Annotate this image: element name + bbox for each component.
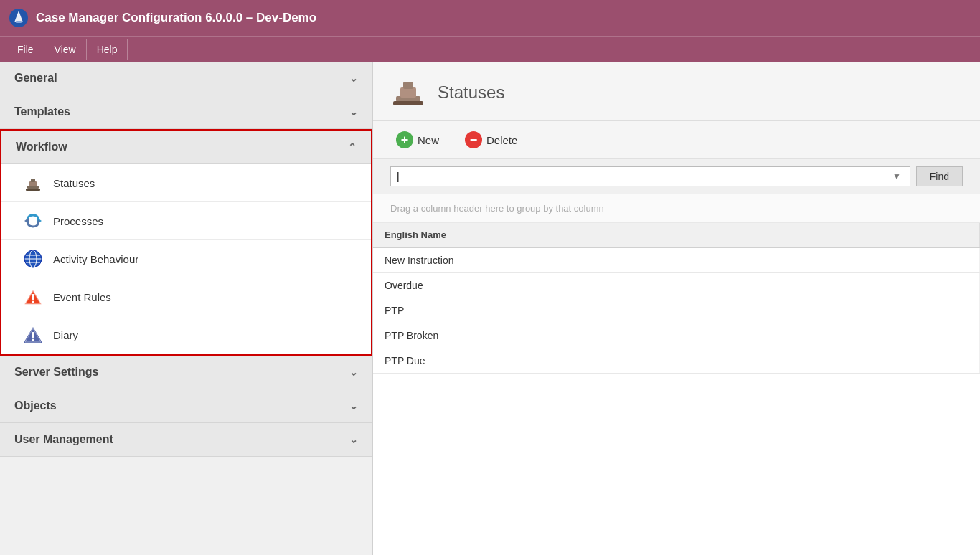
svg-rect-26: [393, 101, 423, 105]
data-table: English Name New Instruction Overdue PTP…: [373, 223, 980, 555]
sidebar-item-general[interactable]: General ⌄: [0, 62, 372, 95]
column-english-name: English Name: [373, 223, 980, 247]
sidebar-user-management-label: User Management: [14, 433, 113, 446]
sidebar-item-activity-behaviour[interactable]: Activity Behaviour: [1, 240, 371, 278]
sidebar-item-templates[interactable]: Templates ⌄: [0, 95, 372, 129]
delete-button[interactable]: − Delete: [459, 128, 523, 151]
warning-icon: [23, 287, 43, 307]
cell-name: PTP Broken: [373, 323, 980, 348]
app-icon: [9, 8, 29, 28]
chevron-down-icon: ⌄: [349, 400, 358, 412]
svg-rect-24: [400, 87, 416, 98]
diary-icon: [23, 325, 43, 345]
table-row[interactable]: PTP Due: [373, 348, 980, 374]
menu-view[interactable]: View: [44, 39, 87, 60]
chevron-down-icon: ⌄: [349, 434, 358, 445]
cell-name: New Instruction: [373, 248, 980, 272]
sidebar-item-diary[interactable]: Diary: [1, 316, 371, 354]
sidebar-event-rules-label: Event Rules: [53, 291, 111, 303]
find-button[interactable]: Find: [916, 166, 963, 186]
table-row[interactable]: PTP Broken: [373, 323, 980, 348]
dropdown-arrow-icon[interactable]: ▼: [890, 170, 904, 183]
svg-point-22: [32, 339, 34, 341]
sidebar-general-label: General: [14, 72, 57, 85]
chevron-down-icon: ⌄: [349, 106, 358, 118]
search-input[interactable]: [397, 171, 890, 182]
menu-help[interactable]: Help: [87, 39, 128, 60]
content-header-icon: [390, 75, 426, 110]
menu-bar: File View Help: [0, 36, 980, 62]
content-toolbar: + New − Delete: [373, 121, 980, 159]
group-hint: Drag a column header here to group by th…: [373, 194, 980, 223]
sidebar-objects-label: Objects: [14, 399, 57, 412]
sidebar-server-settings-label: Server Settings: [14, 366, 98, 379]
table-header-row: English Name: [373, 223, 980, 248]
svg-rect-4: [29, 181, 37, 186]
sidebar-section-workflow: Workflow ⌃ Statuses: [0, 129, 372, 356]
sidebar-diary-label: Diary: [53, 329, 78, 341]
sidebar-item-user-management[interactable]: User Management ⌄: [0, 423, 372, 457]
sidebar-processes-label: Processes: [53, 215, 103, 227]
new-label: New: [418, 134, 439, 146]
sidebar-item-processes[interactable]: Processes: [1, 202, 371, 240]
svg-rect-2: [16, 21, 22, 23]
menu-file[interactable]: File: [7, 39, 44, 60]
title-bar: Case Manager Configuration 6.0.0.0 – Dev…: [0, 0, 980, 36]
delete-label: Delete: [486, 134, 517, 146]
svg-rect-6: [26, 189, 40, 191]
chevron-down-icon: ⌄: [349, 72, 358, 84]
sidebar: General ⌄ Templates ⌄ Workflow ⌃: [0, 62, 373, 555]
table-row[interactable]: Overdue: [373, 273, 980, 298]
sidebar-item-workflow[interactable]: Workflow ⌃: [1, 131, 371, 164]
search-bar: ▼ Find: [373, 159, 980, 194]
cell-name: PTP Due: [373, 348, 980, 373]
chevron-down-icon: ⌄: [349, 366, 358, 378]
globe-icon: [23, 249, 43, 269]
chevron-up-icon: ⌃: [348, 141, 357, 153]
svg-point-18: [32, 301, 34, 303]
new-icon: +: [396, 131, 413, 148]
sidebar-item-event-rules[interactable]: Event Rules: [1, 278, 371, 316]
sidebar-activity-behaviour-label: Activity Behaviour: [53, 253, 138, 265]
cell-name: Overdue: [373, 273, 980, 298]
cell-name: PTP: [373, 298, 980, 323]
delete-icon: −: [465, 131, 482, 148]
search-input-wrap: ▼: [390, 166, 910, 186]
sidebar-item-server-settings[interactable]: Server Settings ⌄: [0, 356, 372, 389]
stamp-icon: [23, 173, 43, 193]
sidebar-item-objects[interactable]: Objects ⌄: [0, 389, 372, 423]
new-button[interactable]: + New: [390, 128, 445, 151]
sidebar-statuses-label: Statuses: [53, 177, 95, 189]
main-layout: General ⌄ Templates ⌄ Workflow ⌃: [0, 62, 980, 555]
svg-rect-5: [31, 179, 35, 182]
svg-rect-17: [32, 294, 34, 300]
content-title: Statuses: [438, 82, 504, 103]
content-header: Statuses: [373, 62, 980, 121]
sidebar-workflow-label: Workflow: [16, 141, 67, 153]
process-icon: [23, 211, 43, 231]
table-row[interactable]: PTP: [373, 298, 980, 323]
table-row[interactable]: New Instruction: [373, 248, 980, 273]
svg-rect-25: [403, 82, 413, 89]
sidebar-item-statuses[interactable]: Statuses: [1, 164, 371, 202]
svg-rect-21: [32, 332, 34, 338]
content-area: Statuses + New − Delete ▼ Find Drag a co…: [373, 62, 980, 555]
sidebar-templates-label: Templates: [14, 105, 70, 118]
title-bar-text: Case Manager Configuration 6.0.0.0 – Dev…: [36, 11, 316, 25]
